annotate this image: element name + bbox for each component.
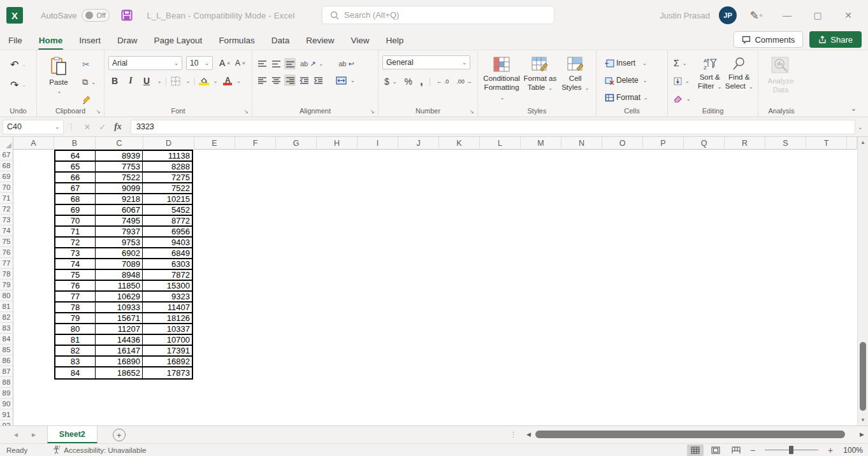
prev-sheet-icon[interactable]: ◄ — [13, 431, 19, 438]
tab-file[interactable]: File — [0, 32, 31, 49]
middle-align-button[interactable] — [270, 58, 282, 69]
cell[interactable]: 67 — [55, 183, 96, 193]
percent-style-button[interactable]: % — [403, 74, 414, 89]
zoom-slider-thumb[interactable] — [789, 446, 793, 454]
merge-dropdown-icon[interactable]: ⌄ — [351, 78, 355, 83]
decrease-font-button[interactable]: A˅ — [233, 55, 247, 71]
formula-input[interactable]: 3323 — [131, 120, 855, 134]
alignment-dialog-launcher-icon[interactable]: ↘ — [370, 108, 375, 115]
cell-styles-button[interactable]: CellStyles ⌄ — [559, 54, 592, 92]
normal-view-button[interactable] — [687, 445, 704, 456]
cell[interactable]: 84 — [55, 367, 96, 378]
row-header-88[interactable]: 88 — [0, 377, 13, 388]
paste-button[interactable]: Paste ⌄ — [41, 54, 76, 95]
tab-formulas[interactable]: Formulas — [210, 32, 263, 49]
bold-button[interactable]: B — [108, 76, 121, 86]
fill-color-button[interactable] — [199, 77, 209, 85]
column-header-K[interactable]: K — [439, 137, 480, 150]
cell[interactable]: 7937 — [96, 227, 143, 236]
sheet-tab-sheet2[interactable]: Sheet2 — [47, 426, 98, 443]
row-header-82[interactable]: 82 — [0, 312, 13, 323]
zoom-in-button[interactable]: + — [826, 445, 835, 455]
cell[interactable]: 70 — [55, 216, 96, 225]
wrap-text-button[interactable]: ab↩ — [336, 56, 356, 71]
row-header-67[interactable]: 67 — [0, 150, 13, 160]
cell[interactable]: 9323 — [143, 292, 192, 301]
column-header-D[interactable]: D — [143, 137, 194, 150]
cell[interactable]: 15671 — [96, 313, 143, 323]
column-header-P[interactable]: P — [643, 137, 684, 150]
row-header-80[interactable]: 80 — [0, 290, 13, 301]
comments-button[interactable]: Comments — [734, 31, 803, 48]
cell[interactable]: 10629 — [96, 292, 143, 301]
top-align-button[interactable] — [256, 58, 268, 69]
column-header-E[interactable]: E — [194, 137, 235, 150]
row-header-79[interactable]: 79 — [0, 280, 13, 290]
clear-button[interactable]: ⌄ — [672, 91, 693, 106]
row-header-81[interactable]: 81 — [0, 301, 13, 312]
increase-indent-button[interactable] — [312, 75, 324, 86]
search-input[interactable]: Search (Alt+Q) — [322, 6, 554, 24]
cell[interactable]: 18126 — [143, 313, 192, 323]
name-box[interactable]: C40 ⌄ — [3, 120, 64, 134]
scroll-down-icon[interactable]: ▼ — [858, 415, 868, 425]
cell[interactable]: 79 — [55, 313, 96, 323]
fill-color-dropdown-icon[interactable]: ⌄ — [213, 78, 218, 84]
tab-split-handle-icon[interactable]: ⋮ — [510, 431, 517, 439]
align-right-button[interactable] — [284, 75, 296, 86]
zoom-slider[interactable] — [765, 450, 818, 450]
horizontal-scrollbar-thumb[interactable] — [535, 431, 845, 438]
underline-dropdown-icon[interactable]: ⌄ — [157, 78, 162, 84]
collapse-ribbon-icon[interactable]: ⌄ — [851, 104, 857, 113]
cell[interactable]: 9218 — [96, 194, 143, 204]
delete-cells-button[interactable]: Delete⌄ — [603, 73, 650, 88]
row-header-78[interactable]: 78 — [0, 269, 13, 280]
cell[interactable]: 78 — [55, 303, 96, 312]
column-header-O[interactable]: O — [602, 137, 643, 150]
cell[interactable]: 16147 — [96, 346, 143, 355]
cell[interactable]: 6956 — [143, 227, 192, 236]
cell[interactable]: 9403 — [143, 238, 192, 247]
tab-page-layout[interactable]: Page Layout — [146, 32, 211, 49]
page-break-view-button[interactable] — [728, 445, 744, 456]
next-sheet-icon[interactable]: ► — [31, 431, 37, 438]
copy-button[interactable]: ⧉⌄ — [80, 75, 98, 90]
cell[interactable]: 71 — [55, 227, 96, 236]
spreadsheet-grid[interactable]: ABCDEFGHIJKLMNOPQRST 6768697071727374757… — [0, 137, 857, 425]
underline-button[interactable]: U — [140, 76, 153, 86]
row-header-75[interactable]: 75 — [0, 236, 13, 247]
cell[interactable]: 10337 — [143, 324, 192, 334]
save-icon[interactable] — [121, 10, 133, 21]
tab-insert[interactable]: Insert — [71, 32, 109, 49]
share-button[interactable]: Share — [809, 31, 862, 48]
redo-button[interactable]: ↷⌄ — [8, 77, 28, 92]
cell[interactable]: 5452 — [143, 205, 192, 215]
row-header-77[interactable]: 77 — [0, 258, 13, 269]
excel-app-icon[interactable]: X — [6, 7, 23, 24]
vertical-scrollbar[interactable]: ▲ ▼ — [857, 137, 868, 425]
row-header-73[interactable]: 73 — [0, 215, 13, 225]
row-header-86[interactable]: 86 — [0, 355, 13, 366]
row-header-74[interactable]: 74 — [0, 225, 13, 236]
cell[interactable]: 7495 — [96, 216, 143, 225]
insert-function-icon[interactable]: fx — [110, 122, 126, 132]
cell[interactable]: 82 — [55, 346, 96, 355]
cell[interactable]: 6303 — [143, 259, 192, 269]
increase-font-button[interactable]: A˄ — [217, 55, 232, 71]
row-header-90[interactable]: 90 — [0, 399, 13, 410]
column-header-A[interactable]: A — [13, 137, 54, 150]
column-header-B[interactable]: B — [54, 137, 96, 150]
column-header-H[interactable]: H — [317, 137, 358, 150]
cell[interactable]: 7275 — [143, 173, 192, 182]
increase-decimal-button[interactable]: ←.0 — [435, 74, 451, 89]
cell[interactable]: 72 — [55, 238, 96, 247]
insert-cells-button[interactable]: Insert⌄ — [603, 55, 650, 71]
tab-draw[interactable]: Draw — [109, 32, 146, 49]
decrease-decimal-button[interactable]: .00→ — [454, 74, 474, 89]
cell[interactable]: 8948 — [96, 270, 143, 280]
cell[interactable]: 17391 — [143, 346, 192, 355]
cell[interactable]: 81 — [55, 335, 96, 345]
maximize-button[interactable]: ▢ — [807, 4, 828, 26]
find-select-button[interactable]: Find &Select ⌄ — [725, 54, 754, 91]
font-dialog-launcher-icon[interactable]: ↘ — [243, 108, 249, 115]
